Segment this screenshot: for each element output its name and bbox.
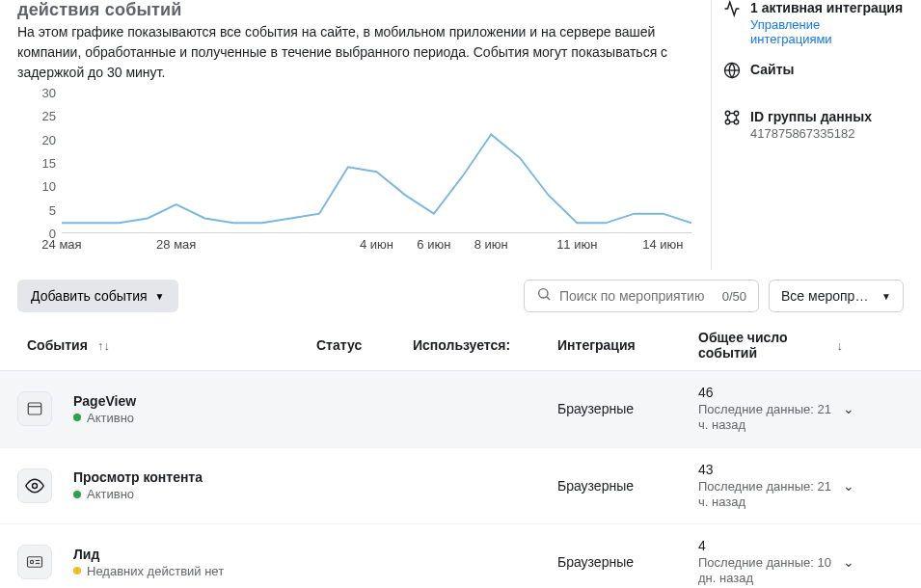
event-total: 4 (698, 538, 843, 553)
svg-point-5 (734, 120, 739, 124)
event-total: 43 (698, 462, 843, 477)
add-events-label: Добавить события (31, 288, 148, 304)
y-tick: 10 (42, 179, 56, 194)
y-tick: 25 (42, 109, 56, 123)
x-tick: 24 мая (41, 237, 81, 252)
search-input-wrapper[interactable]: 0/50 (524, 280, 759, 312)
x-tick: 4 июн (360, 237, 393, 252)
svg-point-3 (734, 111, 739, 116)
event-status: Недавних действий нет (73, 564, 224, 578)
event-name: Просмотр контента (73, 469, 203, 485)
table-row[interactable]: Просмотр контентаАктивноБраузерные43Посл… (0, 448, 921, 525)
sort-icon[interactable]: ↑↓ (97, 338, 110, 353)
x-tick: 6 июн (417, 237, 450, 252)
col-used: Используется: (413, 337, 557, 353)
search-input[interactable] (559, 288, 715, 304)
data-group-title: ID группы данных (750, 109, 872, 124)
event-integration: Браузерные (557, 554, 698, 570)
event-name: PageView (73, 393, 136, 409)
svg-point-14 (33, 483, 38, 488)
y-tick: 20 (42, 132, 56, 147)
event-type-icon (17, 468, 52, 503)
status-dot (73, 491, 81, 498)
y-tick: 5 (49, 202, 56, 217)
y-tick: 15 (42, 156, 56, 171)
integration-count: 1 активная интеграция (750, 0, 904, 15)
x-tick: 8 июн (474, 237, 508, 252)
x-tick: 28 мая (156, 237, 196, 252)
event-integration: Браузерные (557, 478, 698, 494)
globe-icon (723, 62, 741, 79)
event-status: Активно (73, 487, 203, 501)
event-status: Активно (73, 411, 136, 425)
col-integration: Интеграция (557, 337, 698, 353)
chevron-down-icon[interactable]: ⌄ (843, 478, 854, 494)
search-icon (536, 286, 552, 306)
activity-icon (723, 0, 741, 17)
data-group-id: 417875867335182 (750, 126, 872, 141)
chevron-down-icon[interactable]: ⌄ (843, 401, 854, 416)
col-status: Статус (316, 337, 413, 353)
caret-down-icon: ▼ (155, 291, 165, 302)
page-title: действия событий (17, 0, 691, 20)
event-last-data: Последние данные: 21 ч. назад (698, 402, 843, 434)
sites-title: Сайты (750, 62, 795, 77)
svg-point-16 (30, 561, 33, 564)
search-count: 0/50 (722, 289, 746, 304)
event-name: Лид (73, 547, 224, 562)
table-row[interactable]: ЛидНедавних действий нетБраузерные4После… (0, 524, 921, 588)
col-events[interactable]: События (27, 337, 88, 353)
add-events-button[interactable]: Добавить события ▼ (17, 280, 178, 312)
x-tick: 14 июн (642, 237, 683, 252)
svg-point-4 (725, 120, 730, 124)
table-header: События ↑↓ Статус Используется: Интеграц… (0, 320, 921, 371)
page-description: На этом графике показываются все события… (17, 22, 691, 83)
event-last-data: Последние данные: 10 дн. назад (698, 555, 843, 587)
caret-down-icon: ▼ (881, 291, 891, 302)
event-type-icon (17, 391, 52, 426)
table-row[interactable]: PageViewАктивноБраузерные46Последние дан… (0, 371, 921, 448)
status-dot (73, 567, 81, 575)
event-last-data: Последние данные: 21 ч. назад (698, 479, 843, 511)
event-filter-label: Все мероприя… (781, 288, 872, 304)
svg-point-2 (725, 111, 730, 116)
event-filter-select[interactable]: Все мероприя… ▼ (769, 280, 904, 312)
svg-line-11 (547, 297, 550, 300)
data-group-icon (723, 109, 741, 126)
event-total: 46 (698, 385, 843, 400)
y-tick: 30 (42, 86, 56, 100)
manage-integrations-link[interactable]: Управление интеграциями (750, 17, 904, 46)
svg-rect-12 (28, 403, 41, 414)
event-integration: Браузерные (557, 401, 698, 416)
chevron-down-icon[interactable]: ⌄ (843, 554, 854, 570)
x-tick: 11 июн (556, 237, 597, 252)
status-dot (73, 414, 81, 421)
event-type-icon (17, 545, 52, 579)
col-total[interactable]: Общее число событий (698, 330, 829, 361)
sites-value (750, 79, 795, 94)
svg-point-10 (539, 289, 548, 298)
sort-down-icon[interactable]: ↓ (837, 338, 844, 353)
events-chart: 051015202530 24 мая28 мая4 июн6 июн8 июн… (17, 93, 691, 256)
